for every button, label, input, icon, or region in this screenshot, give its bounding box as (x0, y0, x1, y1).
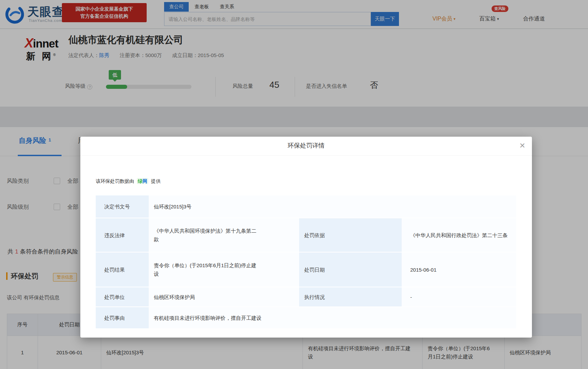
data-provider-line: 该环保处罚数据由 绿网 提供 (96, 178, 161, 184)
close-icon[interactable]: × (520, 139, 525, 152)
detail-row-authority: 处罚单位 仙桃区环境保护局 执行情况 - (96, 287, 516, 307)
detail-row-result: 处罚结果 责令你（单位）(于2015年6月1日之前)停止建设 处罚日期 2015… (96, 252, 516, 287)
penalty-detail-modal: 环保处罚详情 × 该环保处罚数据由 绿网 提供 决定书文号 仙环改[2015]3… (80, 137, 532, 338)
detail-value: 2015-06-01 (402, 252, 516, 287)
detail-value: - (402, 287, 516, 307)
detail-value: 仙桃区环境保护局 (149, 287, 299, 307)
detail-value: 有机硅项目未进行环境影响评价，擅自开工建设 (149, 307, 516, 329)
detail-label: 处罚日期 (299, 252, 402, 287)
detail-row-law: 违反法律 《中华人民共和国环境保护法》第十九条第二款 处罚依据 《中华人民共和国… (96, 218, 516, 252)
detail-label: 执行情况 (299, 287, 402, 307)
detail-label: 处罚单位 (96, 287, 149, 307)
detail-value: 责令你（单位）(于2015年6月1日之前)停止建设 (149, 252, 299, 287)
detail-value: 仙环改[2015]3号 (149, 195, 516, 218)
detail-row-docno: 决定书文号 仙环改[2015]3号 (96, 195, 516, 218)
detail-label: 违反法律 (96, 218, 149, 252)
penalty-detail-table: 决定书文号 仙环改[2015]3号 违反法律 《中华人民共和国环境保护法》第十九… (96, 195, 516, 329)
detail-value: 《中华人民共和国环境保护法》第十九条第二款 (149, 218, 299, 252)
detail-label: 处罚结果 (96, 252, 149, 287)
lvwang-logo[interactable]: 绿网 (137, 178, 148, 184)
detail-label: 处罚依据 (299, 218, 402, 252)
detail-value: 《中华人民共和国行政处罚法》第二十三条 (402, 218, 516, 252)
modal-title: 环保处罚详情 (80, 137, 532, 156)
detail-label: 决定书文号 (96, 195, 149, 218)
detail-label: 处罚事由 (96, 307, 149, 329)
detail-row-reason: 处罚事由 有机硅项目未进行环境影响评价，擅自开工建设 (96, 307, 516, 329)
